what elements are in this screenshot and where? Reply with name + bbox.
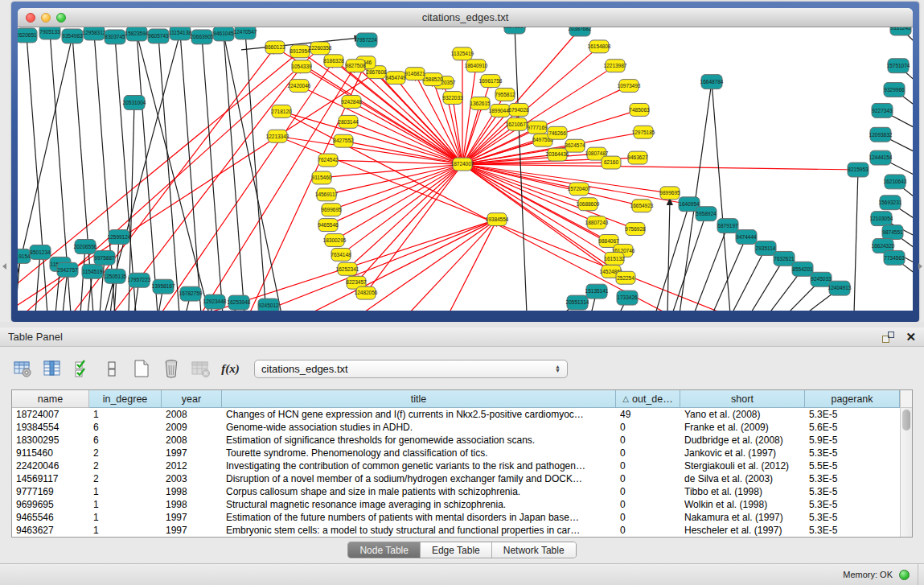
graph-node[interactable] xyxy=(774,251,795,266)
graph-node[interactable] xyxy=(39,27,60,39)
graph-node[interactable] xyxy=(129,273,150,287)
scrollbar-thumb[interactable] xyxy=(902,410,910,431)
graph-node[interactable] xyxy=(342,96,361,109)
table-row[interactable]: 946554611997Estimation of the future num… xyxy=(12,511,900,524)
graph-node[interactable] xyxy=(870,150,891,165)
graph-node[interactable] xyxy=(626,223,645,236)
graph-node[interactable] xyxy=(317,188,336,201)
graph-node[interactable] xyxy=(356,286,376,299)
graph-node[interactable] xyxy=(30,245,51,259)
graph-node[interactable] xyxy=(339,115,358,128)
graph-node[interactable] xyxy=(509,103,528,116)
graph-node[interactable] xyxy=(62,29,83,43)
table-selector-dropdown[interactable]: citations_edges.txt ▲▼ xyxy=(254,360,568,378)
graph-node[interactable] xyxy=(324,55,343,68)
graph-node[interactable] xyxy=(586,284,607,299)
graph-node[interactable] xyxy=(880,196,901,210)
graph-node[interactable] xyxy=(94,250,115,265)
citation-network-graph[interactable]: 1872400711325419186409101696175879558121… xyxy=(18,27,913,311)
network-canvas[interactable]: 1872400711325419186409101696175879558121… xyxy=(18,27,913,311)
table-row[interactable]: 911546021997Tourette syndrome. Phenomeno… xyxy=(12,447,900,459)
graph-node[interactable] xyxy=(322,204,341,216)
column-header-out_de[interactable]: △out_de… xyxy=(616,390,680,408)
graph-node[interactable] xyxy=(265,41,285,54)
graph-node[interactable] xyxy=(507,117,527,130)
graph-node[interactable] xyxy=(890,27,911,35)
graph-node[interactable] xyxy=(204,295,225,309)
tab-node-table[interactable]: Node Table xyxy=(348,542,421,558)
graph-node[interactable] xyxy=(829,281,850,295)
column-header-name[interactable]: name xyxy=(12,390,89,408)
show-column-icon[interactable] xyxy=(41,358,63,380)
table-row[interactable]: 1872400712008Changes of HCN gene express… xyxy=(12,408,900,421)
scrollbar-track[interactable] xyxy=(901,408,912,537)
graph-node[interactable] xyxy=(290,80,309,93)
column-header-in_degree[interactable]: in_degree xyxy=(89,390,162,408)
graph-node[interactable] xyxy=(630,103,649,116)
graph-node[interactable] xyxy=(82,264,103,278)
graph-node[interactable] xyxy=(228,295,249,310)
graph-node[interactable] xyxy=(569,183,589,196)
graph-node[interactable] xyxy=(884,83,905,97)
graph-node[interactable] xyxy=(871,212,892,226)
graph-node[interactable] xyxy=(660,187,680,200)
graph-node[interactable] xyxy=(334,134,353,147)
graph-node[interactable] xyxy=(443,92,462,105)
graph-node[interactable] xyxy=(884,250,905,265)
graph-node[interactable] xyxy=(628,151,647,164)
row-toggle-icon[interactable] xyxy=(101,358,122,380)
column-header-year[interactable]: year xyxy=(162,390,222,408)
graph-node[interactable] xyxy=(325,234,344,247)
graph-node[interactable] xyxy=(268,130,287,142)
graph-node[interactable] xyxy=(888,59,909,73)
graph-node[interactable] xyxy=(811,272,832,286)
graph-node[interactable] xyxy=(109,230,129,245)
graph-node[interactable] xyxy=(466,60,486,72)
new-table-icon[interactable] xyxy=(130,358,152,380)
graph-node[interactable] xyxy=(310,42,330,55)
graph-node[interactable] xyxy=(696,207,717,221)
function-builder-icon[interactable]: f(x) xyxy=(220,358,241,380)
graph-node[interactable] xyxy=(170,27,191,40)
graph-node[interactable] xyxy=(213,27,234,41)
graph-node[interactable] xyxy=(75,240,96,254)
right-panel-grip[interactable] xyxy=(918,263,922,270)
delete-table-icon[interactable] xyxy=(190,358,211,380)
graph-node[interactable] xyxy=(423,73,442,86)
graph-node[interactable] xyxy=(495,89,515,101)
left-panel-grip[interactable] xyxy=(2,263,6,270)
graph-node[interactable] xyxy=(386,72,405,84)
float-panel-icon[interactable] xyxy=(882,332,894,343)
graph-node[interactable] xyxy=(528,121,547,134)
table-row[interactable]: 946362711997Embryonic stem cells: a mode… xyxy=(12,524,900,537)
table-settings-icon[interactable] xyxy=(11,358,33,380)
graph-node[interactable] xyxy=(272,105,291,117)
graph-node[interactable] xyxy=(453,158,472,171)
graph-node[interactable] xyxy=(872,103,893,117)
graph-node[interactable] xyxy=(548,148,567,161)
graph-node[interactable] xyxy=(57,262,78,277)
graph-node[interactable] xyxy=(491,104,510,117)
table-row[interactable]: 1456911722003Disruption of a novel membe… xyxy=(12,472,900,485)
graph-node[interactable] xyxy=(18,28,37,43)
table-row[interactable]: 1938455462009Genome-wide association stu… xyxy=(12,421,900,434)
graph-node[interactable] xyxy=(619,80,639,93)
graph-node[interactable] xyxy=(84,27,105,40)
graph-node[interactable] xyxy=(405,68,425,80)
delete-rows-icon[interactable] xyxy=(160,358,182,380)
graph-node[interactable] xyxy=(587,216,606,229)
graph-node[interactable] xyxy=(755,241,776,255)
graph-node[interactable] xyxy=(701,75,722,89)
graph-node[interactable] xyxy=(318,154,338,167)
graph-node[interactable] xyxy=(258,299,279,311)
graph-node[interactable] xyxy=(331,248,351,261)
graph-node[interactable] xyxy=(290,45,310,58)
graph-node[interactable] xyxy=(356,33,377,47)
graph-node[interactable] xyxy=(124,96,145,110)
graph-node[interactable] xyxy=(318,219,338,232)
graph-node[interactable] xyxy=(567,295,588,310)
graph-node[interactable] xyxy=(882,225,903,240)
graph-node[interactable] xyxy=(126,27,147,41)
graph-node[interactable] xyxy=(153,279,174,294)
graph-node[interactable] xyxy=(848,163,869,177)
